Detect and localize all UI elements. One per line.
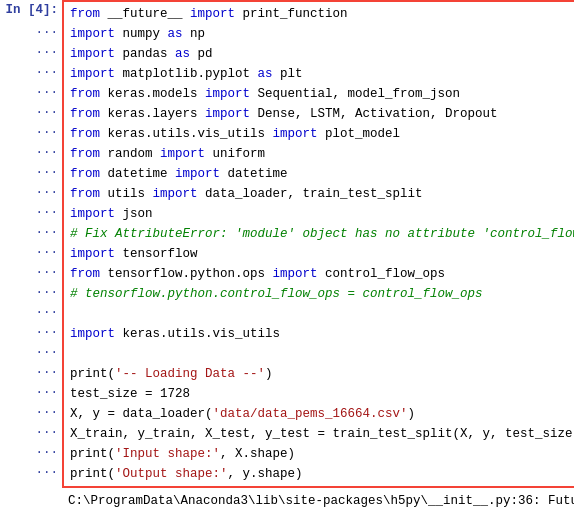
- code-line-2: import pandas as pd: [70, 44, 574, 64]
- code-line-0: from __future__ import print_function: [70, 4, 574, 24]
- code-line-1: import numpy as np: [70, 24, 574, 44]
- code-line-13: from tensorflow.python.ops import contro…: [70, 264, 574, 284]
- line-label-0: In [4]:: [0, 0, 62, 20]
- code-line-5: from keras.layers import Dense, LSTM, Ac…: [70, 104, 574, 124]
- line-label-6: ...: [0, 120, 62, 140]
- line-label-10: ...: [0, 200, 62, 220]
- code-line-15: [70, 304, 574, 324]
- line-label-15: ...: [0, 300, 62, 320]
- line-label-12: ...: [0, 240, 62, 260]
- line-label-19: ...: [0, 380, 62, 400]
- line-label-16: ...: [0, 320, 62, 340]
- line-label-18: ...: [0, 360, 62, 380]
- output-content: C:\ProgramData\Anaconda3\lib\site-packag…: [62, 490, 574, 512]
- line-label-13: ...: [0, 260, 62, 280]
- code-line-3: import matplotlib.pyplot as plt: [70, 64, 574, 84]
- line-label-9: ...: [0, 180, 62, 200]
- line-label-14: ...: [0, 280, 62, 300]
- cell-in4-wrapper: In [4]:.................................…: [0, 0, 574, 488]
- code-line-6: from keras.utils.vis_utils import plot_m…: [70, 124, 574, 144]
- line-label-2: ...: [0, 40, 62, 60]
- code-line-8: from datetime import datetime: [70, 164, 574, 184]
- code-line-21: X_train, y_train, X_test, y_test = train…: [70, 424, 574, 444]
- code-line-20: X, y = data_loader('data/data_pems_16664…: [70, 404, 574, 424]
- line-label-17: ...: [0, 340, 62, 360]
- code-block[interactable]: from __future__ import print_functionimp…: [62, 0, 574, 488]
- code-line-16: import keras.utils.vis_utils: [70, 324, 574, 344]
- code-line-17: [70, 344, 574, 364]
- line-label-5: ...: [0, 100, 62, 120]
- line-label-8: ...: [0, 160, 62, 180]
- line-label-4: ...: [0, 80, 62, 100]
- line-label-1: ...: [0, 20, 62, 40]
- notebook: In [4]:.................................…: [0, 0, 574, 512]
- line-label-22: ...: [0, 440, 62, 460]
- code-line-14: # tensorflow.python.control_flow_ops = c…: [70, 284, 574, 304]
- code-line-4: from keras.models import Sequential, mod…: [70, 84, 574, 104]
- output-label-spacer: [0, 490, 62, 512]
- line-label-7: ...: [0, 140, 62, 160]
- line-label-23: ...: [0, 460, 62, 480]
- line-label-3: ...: [0, 60, 62, 80]
- line-label-11: ...: [0, 220, 62, 240]
- code-line-7: from random import uniform: [70, 144, 574, 164]
- code-line-19: test_size = 1728: [70, 384, 574, 404]
- code-line-10: import json: [70, 204, 574, 224]
- output-area: C:\ProgramData\Anaconda3\lib\site-packag…: [0, 490, 574, 512]
- code-line-11: # Fix AttributeError: 'module' object ha…: [70, 224, 574, 244]
- code-line-9: from utils import data_loader, train_tes…: [70, 184, 574, 204]
- code-line-12: import tensorflow: [70, 244, 574, 264]
- line-label-20: ...: [0, 400, 62, 420]
- line-label-21: ...: [0, 420, 62, 440]
- code-line-18: print('-- Loading Data --'): [70, 364, 574, 384]
- code-line-23: print('Output shape:', y.shape): [70, 464, 574, 484]
- output-line-0: C:\ProgramData\Anaconda3\lib\site-packag…: [68, 492, 574, 511]
- cell-in4: In [4]:.................................…: [0, 0, 574, 488]
- code-line-22: print('Input shape:', X.shape): [70, 444, 574, 464]
